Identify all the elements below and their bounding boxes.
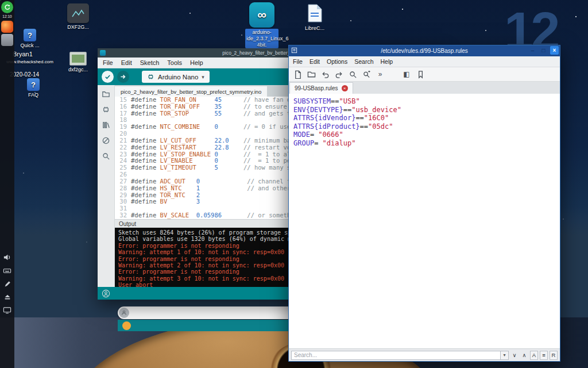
text-line: ENV{DEVTYPE}=="usb_device": [293, 106, 560, 114]
desktop-icon-label: dxf2gc...: [62, 67, 94, 72]
editor-toolbar: » ◧: [289, 67, 560, 82]
desktop-icon-dxf2gc[interactable]: dxf2gc...: [62, 52, 94, 72]
text-line: MODE= "0666": [293, 131, 560, 139]
applications-menu-button[interactable]: [1, 1, 13, 13]
board-selector[interactable]: Arduino Nano ▾: [142, 71, 210, 83]
undo-icon[interactable]: [319, 68, 331, 80]
editor-menubar: FileEditOptionsSearchHelp: [289, 56, 560, 67]
sketch-tab[interactable]: pico_2_heavy_filter_bv_better_stop_prefe…: [115, 86, 267, 97]
file-tab[interactable]: 99-USBasp.rules ×: [289, 82, 353, 94]
chevron-down-icon: ▾: [202, 74, 204, 80]
regex-toggle[interactable]: R: [550, 351, 558, 360]
desktop-icon-dxf2g[interactable]: DXF2G...: [60, 3, 96, 30]
text-line: ATTRS{idVendor}=="16C0": [293, 114, 560, 122]
arduino-menu-help[interactable]: Help: [190, 59, 203, 66]
sketchbook-icon[interactable]: [102, 90, 110, 98]
open-folder-icon[interactable]: [305, 68, 317, 80]
line-number: 27: [115, 178, 131, 185]
desktop-icon-faq[interactable]: ? FAQ: [18, 78, 48, 98]
verify-button[interactable]: [102, 71, 114, 83]
desktop-icon-librecad[interactable]: LibreC...: [296, 2, 333, 31]
pen-tablet-icon[interactable]: [1, 278, 13, 290]
desktop-icon-label-selected: arduino-ide_2.3.7_Linux_6 4bit.: [245, 29, 278, 48]
arduino-menu-edit[interactable]: Edit: [121, 59, 132, 66]
upload-button[interactable]: [117, 71, 129, 83]
find-replace-icon[interactable]: [361, 68, 372, 80]
arduino-icon: ∞: [249, 2, 274, 28]
background-window-button[interactable]: [122, 321, 131, 330]
arduino-sidebar: [98, 85, 115, 287]
editor-window-title: /etc/udev/rules.d/99-USBasp.rules: [289, 48, 560, 54]
text-line: GROUP= "dialup": [293, 139, 560, 148]
taskbar-panel: 12:10: [0, 0, 14, 368]
search-next-button[interactable]: ∨: [510, 351, 519, 360]
highlight-all-toggle[interactable]: ≡: [540, 351, 548, 360]
search-prev-button[interactable]: ∧: [520, 351, 528, 360]
volume-icon[interactable]: [1, 251, 13, 263]
dxf-app-icon: [67, 3, 89, 23]
library-manager-icon[interactable]: [102, 121, 110, 129]
redo-icon[interactable]: [333, 68, 345, 80]
split-view-icon[interactable]: ◧: [401, 68, 412, 80]
desktop-icon-label: Quick ...: [15, 43, 45, 48]
eject-icon[interactable]: [1, 291, 13, 303]
desktop-text-username: Bryan1: [13, 51, 33, 57]
text-line: SUBSYSTEM=="USB": [293, 97, 560, 106]
search-icon[interactable]: [102, 152, 110, 160]
find-icon[interactable]: [347, 68, 358, 80]
line-number: 28: [115, 185, 131, 192]
desktop-icon-label: LibreC...: [296, 25, 333, 31]
board-selector-label: Arduino Nano: [158, 74, 198, 80]
help-file-icon: ?: [24, 29, 36, 41]
search-bar: ▾ ∨ ∧ A ≡ R: [289, 348, 560, 361]
desktop: 12 Bryan1 www.thebackshed.com 2020-02-14…: [0, 0, 588, 368]
bookmark-icon[interactable]: [415, 68, 426, 80]
account-icon[interactable]: [102, 289, 110, 298]
search-input[interactable]: [291, 351, 501, 360]
editor-menu-file[interactable]: File: [293, 58, 303, 65]
arduino-menu-file[interactable]: File: [103, 59, 113, 66]
tab-close-icon[interactable]: ×: [342, 85, 348, 91]
desktop-icon-arduino-ide[interactable]: ∞ arduino-ide_2.3.7_Linux_6 4bit.: [243, 2, 280, 48]
file-manager-launcher-icon[interactable]: [1, 34, 13, 46]
desktop-icon-label: DXF2G...: [60, 24, 96, 30]
minimize-button[interactable]: –: [528, 46, 537, 55]
arduino-window-icon: [100, 50, 106, 56]
text-area[interactable]: SUBSYSTEM=="USB"ENV{DEVTYPE}=="usb_devic…: [289, 94, 560, 348]
line-number: 22: [115, 144, 131, 151]
browser-launcher-icon[interactable]: [1, 21, 13, 33]
desktop-icon-quick[interactable]: ? Quick ...: [15, 29, 45, 48]
editor-window-icon: [291, 47, 297, 53]
background-window-bar: [118, 320, 288, 331]
editor-titlebar[interactable]: /etc/udev/rules.d/99-USBasp.rules – □ ×: [289, 45, 560, 56]
text-line: ATTRS{idProduct}=="05dc": [293, 122, 560, 131]
arduino-menu-sketch[interactable]: Sketch: [140, 59, 160, 66]
arduino-menu-tools[interactable]: Tools: [167, 59, 182, 66]
editor-tabbar: 99-USBasp.rules ×: [289, 82, 560, 94]
libreoffice-icon: [304, 2, 326, 24]
editor-menu-help[interactable]: Help: [380, 58, 393, 65]
debug-icon[interactable]: [102, 136, 110, 145]
file-tab-label: 99-USBasp.rules: [295, 85, 338, 91]
search-history-dropdown[interactable]: ▾: [501, 351, 509, 360]
toolbar-overflow-icon[interactable]: »: [374, 68, 386, 80]
editor-menu-options[interactable]: Options: [327, 58, 347, 65]
line-number: 16: [115, 103, 131, 110]
editor-menu-search[interactable]: Search: [354, 58, 373, 65]
line-number: 32: [115, 212, 131, 219]
avatar-icon: [119, 308, 129, 318]
match-case-toggle[interactable]: A: [530, 351, 538, 360]
panel-clock[interactable]: 12:10: [0, 14, 14, 18]
display-settings-icon[interactable]: [1, 304, 13, 316]
keyboard-icon[interactable]: [1, 264, 13, 277]
help-file-icon: ?: [27, 78, 40, 91]
background-window-input-strip[interactable]: [118, 306, 288, 319]
boards-manager-icon[interactable]: [102, 105, 110, 114]
editor-menu-edit[interactable]: Edit: [310, 58, 320, 65]
image-thumbnail-icon: [69, 52, 87, 66]
text-editor-window: /etc/udev/rules.d/99-USBasp.rules – □ × …: [288, 45, 560, 362]
maximize-button[interactable]: □: [539, 46, 548, 55]
new-file-icon[interactable]: [292, 68, 303, 80]
close-button[interactable]: ×: [550, 46, 559, 55]
desktop-icon-label: FAQ: [18, 92, 48, 98]
